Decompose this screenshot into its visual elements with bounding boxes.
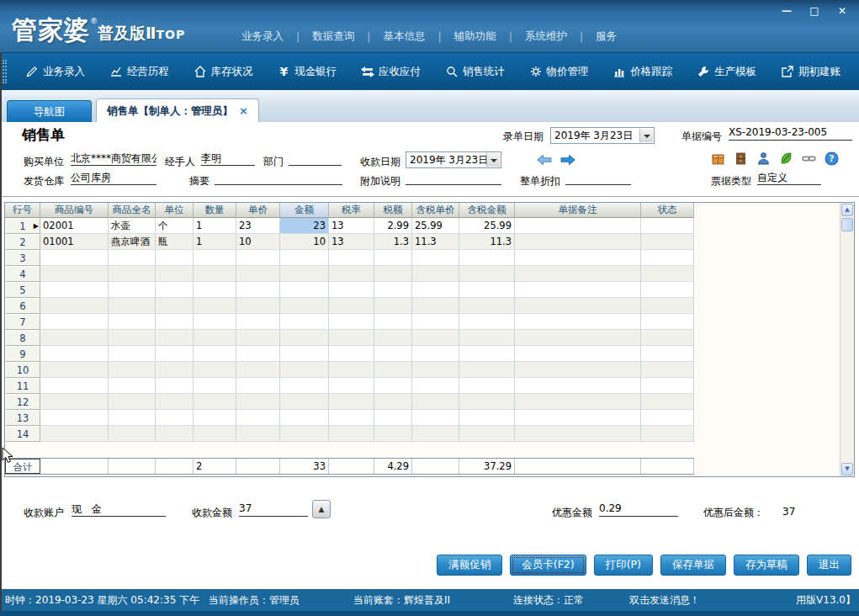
cell-tax_rate[interactable] xyxy=(329,426,374,442)
cell-qty[interactable] xyxy=(194,314,236,330)
maximize-button[interactable]: □ xyxy=(808,5,821,19)
cell-amount[interactable] xyxy=(280,250,329,266)
cell-amount_tax[interactable] xyxy=(459,410,515,426)
cell-amount_tax[interactable] xyxy=(459,330,515,346)
cell-amount[interactable]: 10 xyxy=(280,234,329,250)
cell-tax[interactable] xyxy=(374,330,412,346)
next-record-icon[interactable] xyxy=(560,153,575,165)
cell-amount_tax[interactable] xyxy=(459,298,515,314)
row-number-cell[interactable]: 1▶ xyxy=(5,218,40,234)
cell-note[interactable] xyxy=(515,250,641,266)
cell-unit[interactable] xyxy=(156,266,194,282)
cell-tax_rate[interactable] xyxy=(329,346,374,362)
cell-tax_rate[interactable] xyxy=(329,410,374,426)
cell-qty[interactable] xyxy=(194,394,236,410)
cell-tax[interactable]: 1.3 xyxy=(374,234,412,250)
scrollbar-thumb[interactable] xyxy=(841,218,853,231)
cell-status[interactable] xyxy=(641,266,694,282)
account-field[interactable]: 现 金 xyxy=(72,502,166,517)
pay-amount-field[interactable]: 37 xyxy=(239,502,308,517)
link-icon[interactable] xyxy=(802,151,816,166)
cell-amount[interactable] xyxy=(280,282,329,298)
record-date-select[interactable]: 2019年 3月23日 xyxy=(550,127,655,144)
cell-tax_rate[interactable]: 13 xyxy=(329,218,374,234)
toolbar-item-3[interactable]: ¥现金银行 xyxy=(277,65,337,79)
cell-name[interactable] xyxy=(109,378,156,394)
discount-field[interactable] xyxy=(565,171,631,185)
cell-note[interactable] xyxy=(515,266,641,282)
help-icon[interactable]: ? xyxy=(825,151,839,166)
cell-code[interactable] xyxy=(40,314,109,330)
column-header-note[interactable]: 单据备注 xyxy=(515,203,641,218)
cell-amount_tax[interactable] xyxy=(459,250,515,266)
cell-price_tax[interactable] xyxy=(412,362,459,378)
cell-unit[interactable] xyxy=(156,362,194,378)
cell-tax_rate[interactable] xyxy=(329,394,374,410)
cell-price[interactable] xyxy=(236,330,280,346)
menu-item-1[interactable]: 数据查询 xyxy=(300,29,367,44)
row-number-cell[interactable]: 8 xyxy=(5,330,40,346)
cell-qty[interactable] xyxy=(194,346,236,362)
cell-qty[interactable] xyxy=(194,298,236,314)
cell-name[interactable] xyxy=(109,266,156,282)
toolbar-item-0[interactable]: 业务录入 xyxy=(25,65,85,79)
menu-item-5[interactable]: 服务 xyxy=(583,29,629,44)
close-button[interactable]: ✕ xyxy=(835,5,849,19)
cell-price[interactable] xyxy=(236,378,280,394)
toolbar-item-8[interactable]: 生产模板 xyxy=(697,65,756,79)
cell-price_tax[interactable] xyxy=(412,426,459,442)
cell-tax_rate[interactable] xyxy=(329,266,374,282)
toolbar-item-7[interactable]: 价格跟踪 xyxy=(612,65,672,79)
cell-tax_rate[interactable] xyxy=(329,298,374,314)
cell-name[interactable]: 水壶 xyxy=(109,218,156,234)
cell-price_tax[interactable] xyxy=(412,298,459,314)
cell-code[interactable] xyxy=(40,298,109,314)
status-message[interactable]: 双击发送消息！ xyxy=(629,589,700,611)
promo-button[interactable]: 满额促销 xyxy=(437,555,502,576)
menu-item-4[interactable]: 系统维护 xyxy=(512,29,580,44)
cell-unit[interactable] xyxy=(156,314,194,330)
cell-code[interactable] xyxy=(40,378,109,394)
cell-status[interactable] xyxy=(641,298,694,314)
cell-status[interactable] xyxy=(641,410,694,426)
cell-tax_rate[interactable] xyxy=(329,330,374,346)
cell-unit[interactable]: 瓶 xyxy=(156,234,194,250)
cell-price[interactable] xyxy=(236,250,280,266)
cell-unit[interactable] xyxy=(156,378,194,394)
cell-amount[interactable] xyxy=(280,346,329,362)
cell-code[interactable] xyxy=(40,394,109,410)
cell-code[interactable] xyxy=(40,362,109,378)
expand-accounts-button[interactable]: ▲ xyxy=(312,500,331,518)
cell-unit[interactable] xyxy=(156,410,194,426)
cell-code[interactable]: 02001 xyxy=(40,218,109,234)
cell-note[interactable] xyxy=(515,394,641,410)
prev-record-icon[interactable] xyxy=(537,153,552,165)
cell-tax[interactable] xyxy=(374,298,412,314)
cell-amount_tax[interactable] xyxy=(459,362,515,378)
ticket-type-field[interactable]: 自定义 xyxy=(757,171,821,185)
cell-amount_tax[interactable] xyxy=(459,266,515,282)
cell-tax[interactable] xyxy=(374,394,412,410)
cell-name[interactable]: 燕京啤酒 xyxy=(109,234,156,250)
cell-price[interactable] xyxy=(236,266,280,282)
cell-tax[interactable] xyxy=(374,266,412,282)
warehouse-field[interactable]: 公司库房 xyxy=(71,171,156,185)
cell-price[interactable] xyxy=(236,362,280,378)
column-header-no[interactable]: 行号 xyxy=(5,203,40,218)
cell-price_tax[interactable] xyxy=(412,250,459,266)
row-number-cell[interactable]: 7 xyxy=(5,314,40,330)
menu-item-2[interactable]: 基本信息 xyxy=(370,29,437,44)
cell-price[interactable] xyxy=(236,394,280,410)
cell-tax[interactable]: 2.99 xyxy=(374,218,412,234)
toolbar-item-2[interactable]: 库存状况 xyxy=(194,65,253,79)
cabinet-icon[interactable] xyxy=(734,151,748,166)
cell-price[interactable]: 23 xyxy=(236,218,280,234)
cell-tax_rate[interactable] xyxy=(329,378,374,394)
cell-tax[interactable] xyxy=(374,362,412,378)
cell-qty[interactable] xyxy=(194,250,236,266)
toolbar-item-5[interactable]: 销售统计 xyxy=(445,65,505,79)
summary-field[interactable] xyxy=(215,171,342,185)
dropdown-arrow-icon[interactable] xyxy=(639,129,653,142)
cell-unit[interactable] xyxy=(156,250,194,266)
cell-price_tax[interactable] xyxy=(412,410,459,426)
